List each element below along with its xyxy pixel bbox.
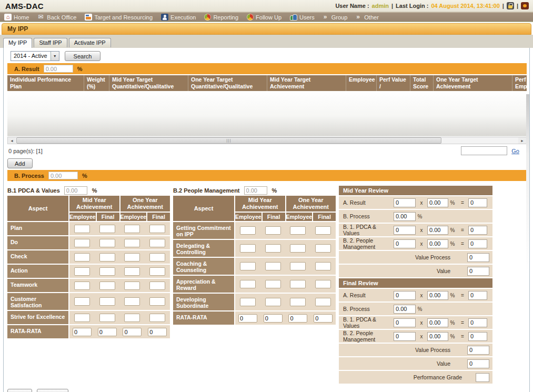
final-review-performance-grade-input[interactable]: [476, 373, 489, 382]
mid-year-review-b-2-people-management-value-input[interactable]: [394, 239, 416, 248]
b-2-people-management-getting-commitment-on-ipp-input-1[interactable]: [265, 226, 281, 235]
b-2-people-management-appreciation-reward-input-3[interactable]: [315, 280, 331, 288]
add-button[interactable]: Add: [7, 158, 33, 168]
b-2-people-management-delegating-controlling-input-2[interactable]: [290, 244, 306, 253]
b-1-pdca-values-customer-satisfaction-input-2[interactable]: [124, 297, 140, 306]
nav-item-follow-up[interactable]: Follow Up: [244, 13, 287, 22]
horizontal-scrollbar[interactable]: ◄ ||| ►: [7, 137, 527, 144]
final-review-b-1-pdca-values-result-input[interactable]: [468, 318, 487, 327]
final-review-b-2-people-management-weight-input[interactable]: [427, 332, 448, 341]
b-1-pdca-values-action-input-0[interactable]: [74, 267, 90, 276]
final-review-b-1-pdca-values-weight-input[interactable]: [427, 318, 448, 327]
period-select[interactable]: 2014 - Active ▼: [11, 51, 59, 61]
nav-item-back-office[interactable]: Back Office: [34, 13, 82, 22]
scroll-right-arrow-icon[interactable]: ►: [518, 137, 526, 144]
mid-year-review-b-1-pdca-values-weight-input[interactable]: [427, 226, 448, 235]
b-2-people-management-weight-input[interactable]: [244, 186, 267, 195]
b-1-pdca-values-strive-for-excellence-input-3[interactable]: [149, 314, 165, 322]
b-1-pdca-values-strive-for-excellence-input-1[interactable]: [99, 314, 115, 322]
process-input[interactable]: [48, 172, 78, 179]
b-1-pdca-values-action-input-1[interactable]: [99, 267, 115, 276]
b-1-pdca-values-check-input-0[interactable]: [74, 253, 90, 262]
b-1-pdca-values-customer-satisfaction-input-3[interactable]: [149, 297, 165, 306]
final-review-b-process-input[interactable]: [394, 305, 416, 314]
b-1-pdca-values-do-input-3[interactable]: [149, 239, 165, 247]
b-1-pdca-values-teamwork-input-2[interactable]: [124, 282, 140, 290]
final-review-a-result-result-input[interactable]: [468, 291, 487, 300]
b-2-people-management-rata-rata-input-2[interactable]: [288, 314, 307, 323]
b-1-pdca-values-rata-rata-input-2[interactable]: [123, 328, 142, 336]
b-1-pdca-values-check-input-2[interactable]: [124, 253, 140, 262]
chevron-down-icon[interactable]: ▼: [51, 52, 59, 61]
search-button[interactable]: Search: [65, 51, 101, 61]
b-1-pdca-values-do-input-1[interactable]: [99, 239, 115, 247]
b-2-people-management-getting-commitment-on-ipp-input-0[interactable]: [240, 226, 256, 235]
result-input[interactable]: [44, 65, 73, 73]
go-link[interactable]: Go: [511, 148, 519, 154]
b-1-pdca-values-strive-for-excellence-input-0[interactable]: [74, 314, 90, 322]
b-2-people-management-coaching-counseling-input-1[interactable]: [265, 262, 281, 270]
final-review-b-2-people-management-value-input[interactable]: [394, 332, 416, 341]
nav-item-reporting[interactable]: Reporting: [201, 13, 244, 22]
tab-activate-ipp[interactable]: Activate IPP: [69, 38, 111, 47]
b-2-people-management-developing-subordinate-input-3[interactable]: [315, 298, 331, 306]
b-1-pdca-values-customer-satisfaction-input-0[interactable]: [74, 297, 90, 306]
b-1-pdca-values-check-input-1[interactable]: [99, 253, 115, 262]
b-1-pdca-values-do-input-2[interactable]: [124, 239, 140, 247]
b-2-people-management-coaching-counseling-input-0[interactable]: [240, 262, 256, 270]
scrollbar-thumb[interactable]: |||: [16, 137, 441, 144]
b-1-pdca-values-check-input-3[interactable]: [149, 253, 165, 262]
b-1-pdca-values-teamwork-input-1[interactable]: [99, 282, 115, 290]
mid-year-review-b-1-pdca-values-result-input[interactable]: [468, 226, 487, 235]
b-1-pdca-values-rata-rata-input-3[interactable]: [148, 328, 167, 336]
scroll-left-arrow-icon[interactable]: ◄: [8, 137, 16, 144]
mid-year-review-b-2-people-management-weight-input[interactable]: [427, 239, 448, 248]
mid-year-review-a-result-value-input[interactable]: [394, 198, 416, 207]
b-2-people-management-delegating-controlling-input-3[interactable]: [315, 244, 331, 253]
final-review-a-result-value-input[interactable]: [394, 291, 416, 300]
export-button[interactable]: Export: [37, 389, 68, 392]
b-1-pdca-values-action-input-3[interactable]: [149, 267, 165, 276]
nav-item-other[interactable]: Other: [353, 13, 384, 22]
b-1-pdca-values-plan-input-0[interactable]: [74, 225, 90, 233]
mid-year-review-b-process-input[interactable]: [394, 212, 416, 221]
b-1-pdca-values-rata-rata-input-0[interactable]: [73, 328, 92, 336]
mid-year-review-b-2-people-management-result-input[interactable]: [468, 239, 487, 248]
mid-year-review-b-1-pdca-values-value-input[interactable]: [394, 226, 416, 235]
b-2-people-management-getting-commitment-on-ipp-input-3[interactable]: [315, 226, 331, 235]
b-1-pdca-values-weight-input[interactable]: [64, 186, 87, 195]
b-1-pdca-values-plan-input-2[interactable]: [124, 225, 140, 233]
mid-year-review-value-input[interactable]: [467, 267, 489, 276]
b-2-people-management-rata-rata-input-0[interactable]: [238, 314, 257, 323]
tab-my-ipp[interactable]: My IPP: [3, 38, 32, 48]
b-2-people-management-coaching-counseling-input-3[interactable]: [315, 262, 331, 270]
b-2-people-management-appreciation-reward-input-1[interactable]: [265, 280, 281, 288]
b-2-people-management-delegating-controlling-input-1[interactable]: [265, 244, 281, 253]
b-1-pdca-values-plan-input-1[interactable]: [99, 225, 115, 233]
b-1-pdca-values-do-input-0[interactable]: [74, 239, 90, 247]
b-2-people-management-delegating-controlling-input-0[interactable]: [240, 244, 256, 253]
scrollbar-track[interactable]: [442, 137, 518, 144]
b-2-people-management-rata-rata-input-1[interactable]: [264, 314, 283, 323]
mid-year-review-a-result-weight-input[interactable]: [427, 198, 448, 207]
final-review-b-1-pdca-values-value-input[interactable]: [394, 318, 416, 327]
final-review-b-2-people-management-result-input[interactable]: [468, 332, 487, 341]
b-1-pdca-values-teamwork-input-3[interactable]: [149, 282, 165, 290]
b-2-people-management-rata-rata-input-3[interactable]: [314, 314, 333, 323]
tab-staff-ipp[interactable]: Staff IPP: [34, 38, 67, 47]
logout-icon[interactable]: [521, 2, 529, 9]
lock-icon[interactable]: [507, 2, 514, 9]
b-1-pdca-values-plan-input-3[interactable]: [149, 225, 165, 233]
mid-year-review-value-process-input[interactable]: [467, 253, 489, 262]
final-review-a-result-weight-input[interactable]: [427, 291, 448, 300]
nav-item-users[interactable]: Users: [287, 13, 320, 22]
b-1-pdca-values-customer-satisfaction-input-1[interactable]: [99, 297, 115, 306]
b-2-people-management-getting-commitment-on-ipp-input-2[interactable]: [290, 226, 306, 235]
nav-item-execution[interactable]: Execution: [158, 13, 201, 22]
b-2-people-management-coaching-counseling-input-2[interactable]: [290, 262, 306, 270]
b-1-pdca-values-strive-for-excellence-input-2[interactable]: [124, 314, 140, 322]
b-2-people-management-developing-subordinate-input-2[interactable]: [290, 298, 306, 306]
b-1-pdca-values-action-input-2[interactable]: [124, 267, 140, 276]
final-review-value-input[interactable]: [467, 359, 489, 368]
final-review-value-process-input[interactable]: [467, 346, 489, 355]
